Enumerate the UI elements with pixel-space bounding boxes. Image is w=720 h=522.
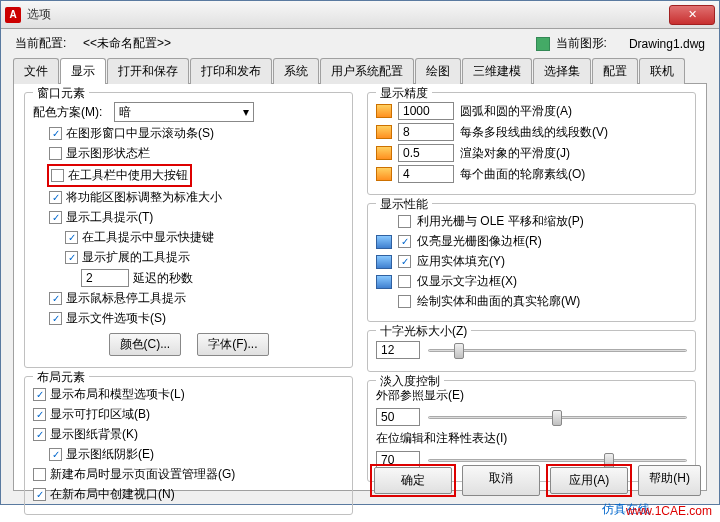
pline-seg-input[interactable] (398, 123, 454, 141)
reg-setting-icon (376, 275, 392, 289)
chk-print-area[interactable] (33, 408, 46, 421)
xref-fade-value[interactable] (376, 408, 420, 426)
profile-row: 当前配置: <<未命名配置>> 当前图形: Drawing1.dwg (1, 29, 719, 58)
cancel-button[interactable]: 取消 (462, 465, 540, 496)
window-title: 选项 (27, 6, 669, 23)
render-smooth-input[interactable] (398, 144, 454, 162)
highlight-large-buttons: 在工具栏中使用大按钮 (47, 164, 192, 187)
current-drawing-value: Drawing1.dwg (629, 37, 705, 51)
tab-content: 窗口元素 配色方案(M): 暗▾ 在图形窗口中显示滚动条(S) 显示图形状态栏 … (13, 83, 707, 491)
group-crosshair: 十字光标大小(Z) (367, 330, 696, 372)
chk-scrollbars[interactable] (49, 127, 62, 140)
app-icon: A (5, 7, 21, 23)
chk-text-frame[interactable] (398, 275, 411, 288)
reg-setting-icon (376, 255, 392, 269)
crosshair-slider[interactable] (428, 341, 687, 359)
chk-ribbon-std[interactable] (49, 191, 62, 204)
chk-raster-frame[interactable] (398, 235, 411, 248)
xref-fade-slider[interactable] (428, 408, 687, 426)
chk-pagesetup-new[interactable] (33, 468, 46, 481)
group-title-fade: 淡入度控制 (376, 373, 444, 390)
dwg-setting-icon (376, 125, 392, 139)
delay-input[interactable] (81, 269, 129, 287)
highlight-ok: 确定 (370, 464, 456, 497)
color-scheme-select[interactable]: 暗▾ (114, 102, 254, 122)
tab-profiles[interactable]: 配置 (592, 58, 638, 84)
dwg-setting-icon (376, 146, 392, 160)
tab-plot[interactable]: 打印和发布 (190, 58, 272, 84)
close-button[interactable]: ✕ (669, 5, 715, 25)
current-profile-value: <<未命名配置>> (83, 36, 171, 50)
ok-button[interactable]: 确定 (374, 467, 452, 494)
chk-tooltips[interactable] (49, 211, 62, 224)
group-layout-elements: 布局元素 显示布局和模型选项卡(L) 显示可打印区域(B) 显示图纸背景(K) … (24, 376, 353, 515)
chk-large-buttons[interactable] (51, 169, 64, 182)
apply-button[interactable]: 应用(A) (550, 467, 628, 494)
tab-system[interactable]: 系统 (273, 58, 319, 84)
group-display-perf: 显示性能 利用光栅与 OLE 平移和缩放(P) 仅亮显光栅图像边框(R) 应用实… (367, 203, 696, 322)
dwg-setting-icon (376, 104, 392, 118)
chk-true-sil[interactable] (398, 295, 411, 308)
dwg-icon (536, 37, 550, 51)
chk-layout-tabs[interactable] (33, 388, 46, 401)
fonts-button[interactable]: 字体(F)... (197, 333, 268, 356)
chk-tip-shortcuts[interactable] (65, 231, 78, 244)
group-title-layout: 布局元素 (33, 369, 89, 386)
color-scheme-label: 配色方案(M): (33, 104, 102, 121)
chk-viewport-new[interactable] (33, 488, 46, 501)
current-profile-label: 当前配置: (15, 36, 66, 50)
chk-statusbar[interactable] (49, 147, 62, 160)
tabs: 文件 显示 打开和保存 打印和发布 系统 用户系统配置 绘图 三维建模 选择集 … (1, 58, 719, 84)
dwg-setting-icon (376, 167, 392, 181)
group-title-precision: 显示精度 (376, 85, 432, 102)
colors-button[interactable]: 颜色(C)... (109, 333, 182, 356)
tab-drafting[interactable]: 绘图 (415, 58, 461, 84)
tab-online[interactable]: 联机 (639, 58, 685, 84)
chk-file-tabs[interactable] (49, 312, 62, 325)
arc-smooth-input[interactable] (398, 102, 454, 120)
chk-ext-tips[interactable] (65, 251, 78, 264)
help-button[interactable]: 帮助(H) (638, 465, 701, 496)
crosshair-value[interactable] (376, 341, 420, 359)
tab-opensave[interactable]: 打开和保存 (107, 58, 189, 84)
tab-3d[interactable]: 三维建模 (462, 58, 532, 84)
chk-paper-bg[interactable] (33, 428, 46, 441)
watermark-url: www.1CAE.com (626, 504, 712, 518)
group-title-crosshair: 十字光标大小(Z) (376, 323, 471, 340)
reg-setting-icon (376, 235, 392, 249)
dialog-buttons: 确定 取消 应用(A) 帮助(H) (372, 465, 701, 496)
chk-solid-fill[interactable] (398, 255, 411, 268)
surface-iso-input[interactable] (398, 165, 454, 183)
current-drawing-label: 当前图形: (556, 35, 607, 52)
chk-hover-tips[interactable] (49, 292, 62, 305)
titlebar: A 选项 ✕ (1, 1, 719, 29)
group-window-elements: 窗口元素 配色方案(M): 暗▾ 在图形窗口中显示滚动条(S) 显示图形状态栏 … (24, 92, 353, 368)
group-title-window: 窗口元素 (33, 85, 89, 102)
chk-paper-shadow[interactable] (49, 448, 62, 461)
group-title-perf: 显示性能 (376, 196, 432, 213)
tab-selection[interactable]: 选择集 (533, 58, 591, 84)
edit-fade-label: 在位编辑和注释性表达(I) (376, 430, 687, 447)
highlight-apply: 应用(A) (546, 464, 632, 497)
group-display-precision: 显示精度 圆弧和圆的平滑度(A) 每条多段线曲线的线段数(V) 渲染对象的平滑度… (367, 92, 696, 195)
tab-userpref[interactable]: 用户系统配置 (320, 58, 414, 84)
tab-display[interactable]: 显示 (60, 58, 106, 84)
tab-file[interactable]: 文件 (13, 58, 59, 84)
chk-panzoom[interactable] (398, 215, 411, 228)
